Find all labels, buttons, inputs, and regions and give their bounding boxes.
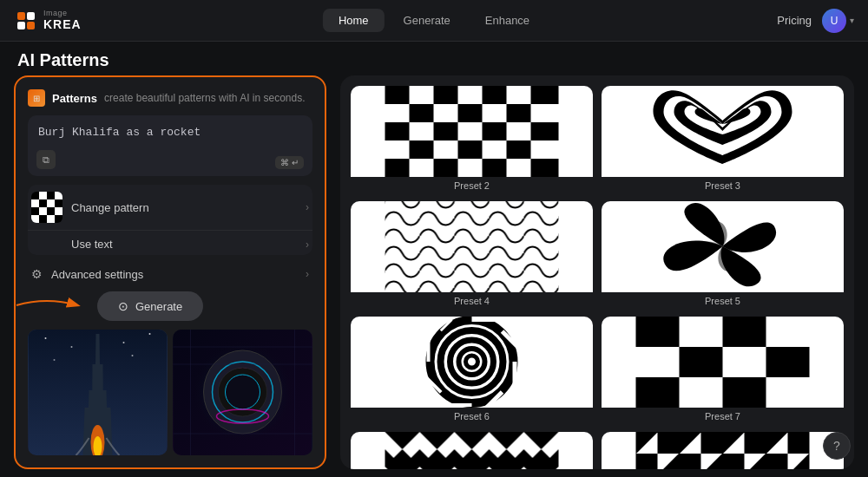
svg-rect-35 [483, 86, 507, 104]
panel-subtitle: create beautiful patterns with AI in sec… [104, 92, 305, 104]
copy-icon[interactable]: ⧉ [36, 150, 56, 169]
svg-rect-42 [483, 122, 507, 140]
preset-4[interactable]: Preset 4 [351, 201, 593, 308]
svg-rect-1 [27, 12, 35, 20]
preset-2-label: Preset 2 [351, 177, 593, 193]
generate-icon: ⊙ [118, 299, 128, 313]
svg-rect-78 [723, 377, 766, 408]
svg-point-8 [123, 342, 125, 343]
svg-rect-37 [410, 104, 434, 122]
svg-rect-33 [385, 86, 410, 104]
preset-6[interactable]: Preset 6 [351, 317, 593, 423]
svg-rect-76 [766, 347, 810, 377]
generate-button[interactable]: ⊙ Generate [97, 291, 203, 321]
advanced-settings-row[interactable]: ⚙ Advanced settings › [28, 264, 312, 284]
avatar: U [822, 9, 846, 33]
preset-2[interactable]: /* checker */ [351, 86, 593, 193]
panel-title: Patterns [52, 92, 97, 105]
svg-rect-48 [434, 159, 458, 177]
advanced-settings-label: Advanced settings [51, 268, 297, 281]
header-right: Pricing U ▾ [777, 9, 854, 33]
svg-rect-84 [385, 432, 559, 469]
svg-rect-41 [434, 122, 458, 140]
preset-7[interactable]: Preset 7 [602, 317, 844, 423]
chevron-down-icon: ▾ [850, 16, 854, 25]
use-text-arrow: › [306, 238, 309, 251]
svg-rect-34 [434, 86, 458, 104]
logo-area[interactable]: Image KREA [14, 9, 82, 33]
svg-rect-46 [507, 140, 531, 159]
svg-rect-70 [427, 341, 431, 362]
svg-point-10 [54, 359, 56, 361]
preset-5[interactable]: Preset 5 [602, 201, 844, 308]
tab-enhance[interactable]: Enhance [470, 9, 545, 32]
prompt-icons: ⧉ [36, 150, 56, 169]
left-panel: ⊞ Patterns create beautiful patterns wit… [14, 75, 326, 469]
svg-rect-38 [458, 104, 483, 122]
svg-rect-49 [483, 159, 507, 177]
presets-grid: /* checker */ [351, 86, 844, 469]
generated-image-right [173, 330, 312, 455]
svg-rect-64 [472, 317, 520, 322]
generated-image-left [28, 330, 168, 455]
bottom-images [28, 330, 312, 455]
help-button[interactable]: ? [823, 432, 851, 460]
panel-header: ⊞ Patterns create beautiful patterns wit… [28, 89, 312, 107]
change-pattern-arrow: › [306, 201, 309, 213]
preset-4-label: Preset 4 [351, 292, 593, 308]
svg-rect-74 [723, 317, 766, 347]
cmd-icon: ⌘ ↵ [275, 156, 304, 169]
advanced-arrow: › [306, 268, 309, 280]
svg-rect-77 [636, 377, 680, 408]
header: Image KREA Home Generate Enhance Pricing… [0, 0, 868, 42]
svg-rect-2 [17, 22, 25, 29]
change-pattern-label: Change pattern [71, 201, 297, 214]
pattern-thumb [31, 192, 62, 223]
generate-label: Generate [135, 300, 182, 313]
svg-rect-47 [385, 159, 410, 177]
svg-rect-73 [636, 317, 680, 347]
svg-rect-39 [507, 104, 531, 122]
prompt-text: Burj Khalifa as a rocket [38, 124, 302, 141]
preset-5-label: Preset 5 [602, 292, 844, 308]
svg-rect-43 [531, 122, 559, 140]
preset-3[interactable]: Preset 3 [602, 86, 844, 193]
prompt-box[interactable]: Burj Khalifa as a rocket ⧉ ⌘ ↵ [28, 115, 312, 176]
preset-8[interactable]: Preset 8 [351, 432, 593, 469]
arrow-annotation [12, 292, 90, 318]
svg-rect-50 [531, 159, 559, 177]
svg-point-9 [149, 333, 151, 335]
preset-6-label: Preset 6 [351, 408, 593, 423]
svg-rect-3 [27, 22, 35, 29]
svg-rect-45 [458, 140, 483, 159]
preset-7-label: Preset 7 [602, 408, 844, 423]
use-text-label: Use text [31, 238, 297, 251]
svg-rect-66 [513, 362, 517, 403]
svg-rect-68 [441, 403, 472, 407]
svg-point-11 [132, 355, 134, 356]
tab-home[interactable]: Home [323, 9, 385, 32]
svg-rect-93 [636, 432, 810, 469]
logo-text: Image KREA [43, 10, 82, 31]
svg-rect-75 [680, 347, 723, 377]
logo-krea-label: KREA [43, 18, 82, 31]
svg-rect-53 [385, 201, 559, 292]
krea-logo-icon [14, 9, 38, 33]
svg-rect-0 [17, 12, 25, 20]
preset-9[interactable]: Preset 9 [602, 432, 844, 469]
svg-rect-36 [531, 86, 559, 104]
avatar-area[interactable]: U ▾ [822, 9, 854, 33]
preset-3-label: Preset 3 [602, 177, 844, 193]
svg-rect-40 [385, 122, 410, 140]
page-title: AI Patterns [0, 42, 868, 75]
right-panel: /* checker */ [340, 75, 854, 469]
svg-point-25 [226, 375, 260, 409]
main-content: ⊞ Patterns create beautiful patterns wit… [0, 75, 868, 477]
tab-generate[interactable]: Generate [388, 9, 466, 32]
use-text-row[interactable]: Use text › [28, 231, 312, 255]
change-pattern-row[interactable]: Change pattern › [28, 185, 312, 231]
svg-point-5 [45, 337, 47, 339]
sliders-icon: ⚙ [31, 267, 43, 281]
pricing-link[interactable]: Pricing [777, 14, 812, 27]
svg-point-6 [71, 346, 73, 348]
